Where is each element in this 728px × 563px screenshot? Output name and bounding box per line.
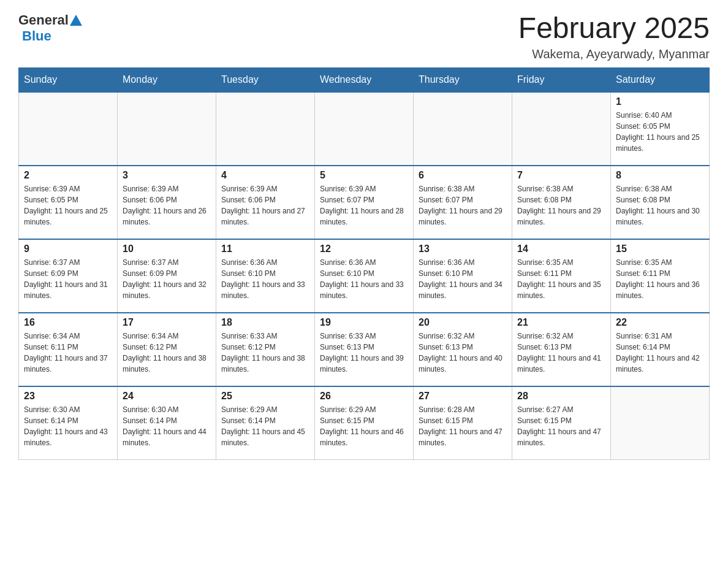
logo-icon [69, 13, 83, 27]
day-number: 11 [221, 243, 309, 255]
day-info: Sunrise: 6:39 AM Sunset: 6:06 PM Dayligh… [123, 183, 211, 228]
calendar-cell: 10Sunrise: 6:37 AM Sunset: 6:09 PM Dayli… [118, 239, 216, 313]
weekday-header-tuesday: Tuesday [216, 67, 315, 92]
day-number: 14 [517, 243, 605, 255]
calendar-cell [19, 92, 118, 166]
weekday-header-saturday: Saturday [611, 67, 710, 92]
day-number: 26 [320, 391, 408, 402]
weekday-header-wednesday: Wednesday [315, 67, 414, 92]
calendar-cell: 7Sunrise: 6:38 AM Sunset: 6:08 PM Daylig… [512, 166, 611, 239]
calendar-cell: 11Sunrise: 6:36 AM Sunset: 6:10 PM Dayli… [216, 239, 315, 313]
day-number: 25 [221, 391, 309, 402]
calendar-cell: 27Sunrise: 6:28 AM Sunset: 6:15 PM Dayli… [414, 386, 512, 460]
day-number: 3 [123, 170, 211, 181]
weekday-header-thursday: Thursday [414, 67, 512, 92]
day-number: 8 [616, 170, 704, 181]
calendar-cell: 26Sunrise: 6:29 AM Sunset: 6:15 PM Dayli… [315, 386, 414, 460]
calendar-cell: 25Sunrise: 6:29 AM Sunset: 6:14 PM Dayli… [216, 386, 315, 460]
svg-marker-0 [70, 15, 82, 26]
day-info: Sunrise: 6:28 AM Sunset: 6:15 PM Dayligh… [419, 404, 507, 448]
day-info: Sunrise: 6:39 AM Sunset: 6:06 PM Dayligh… [221, 183, 309, 228]
week-row-3: 9Sunrise: 6:37 AM Sunset: 6:09 PM Daylig… [19, 239, 710, 313]
calendar-cell [512, 92, 611, 166]
day-number: 2 [24, 170, 112, 181]
calendar-cell: 28Sunrise: 6:27 AM Sunset: 6:15 PM Dayli… [512, 386, 611, 460]
weekday-header-row: SundayMondayTuesdayWednesdayThursdayFrid… [19, 67, 710, 92]
calendar-cell [216, 92, 315, 166]
calendar-cell: 21Sunrise: 6:32 AM Sunset: 6:13 PM Dayli… [512, 313, 611, 386]
day-number: 17 [123, 317, 211, 328]
logo-blue-text: Blue [22, 28, 51, 44]
day-info: Sunrise: 6:39 AM Sunset: 6:07 PM Dayligh… [320, 183, 408, 228]
page-header: General Blue February 2025 Wakema, Ayeya… [18, 12, 710, 61]
calendar-cell: 9Sunrise: 6:37 AM Sunset: 6:09 PM Daylig… [19, 239, 118, 313]
day-number: 18 [221, 317, 309, 328]
calendar-cell: 16Sunrise: 6:34 AM Sunset: 6:11 PM Dayli… [19, 313, 118, 386]
day-number: 23 [24, 391, 112, 402]
day-info: Sunrise: 6:38 AM Sunset: 6:07 PM Dayligh… [419, 183, 507, 228]
day-number: 15 [616, 243, 704, 255]
calendar-cell: 2Sunrise: 6:39 AM Sunset: 6:05 PM Daylig… [19, 166, 118, 239]
day-info: Sunrise: 6:38 AM Sunset: 6:08 PM Dayligh… [616, 183, 704, 228]
day-info: Sunrise: 6:40 AM Sunset: 6:05 PM Dayligh… [616, 110, 704, 154]
weekday-header-sunday: Sunday [19, 67, 118, 92]
week-row-5: 23Sunrise: 6:30 AM Sunset: 6:14 PM Dayli… [19, 386, 710, 460]
calendar-cell: 8Sunrise: 6:38 AM Sunset: 6:08 PM Daylig… [611, 166, 710, 239]
day-number: 4 [221, 170, 309, 181]
calendar-cell: 13Sunrise: 6:36 AM Sunset: 6:10 PM Dayli… [414, 239, 512, 313]
day-info: Sunrise: 6:31 AM Sunset: 6:14 PM Dayligh… [616, 331, 704, 375]
day-info: Sunrise: 6:39 AM Sunset: 6:05 PM Dayligh… [24, 183, 112, 228]
day-number: 6 [419, 170, 507, 181]
calendar-cell: 5Sunrise: 6:39 AM Sunset: 6:07 PM Daylig… [315, 166, 414, 239]
day-info: Sunrise: 6:34 AM Sunset: 6:11 PM Dayligh… [24, 331, 112, 375]
day-number: 28 [517, 391, 605, 402]
logo-general-text: General [18, 12, 69, 28]
day-info: Sunrise: 6:30 AM Sunset: 6:14 PM Dayligh… [123, 404, 211, 448]
day-info: Sunrise: 6:32 AM Sunset: 6:13 PM Dayligh… [517, 331, 605, 375]
calendar-table: SundayMondayTuesdayWednesdayThursdayFrid… [18, 67, 710, 461]
calendar-cell [118, 92, 216, 166]
day-info: Sunrise: 6:34 AM Sunset: 6:12 PM Dayligh… [123, 331, 211, 375]
day-info: Sunrise: 6:37 AM Sunset: 6:09 PM Dayligh… [24, 257, 112, 301]
calendar-cell: 20Sunrise: 6:32 AM Sunset: 6:13 PM Dayli… [414, 313, 512, 386]
day-info: Sunrise: 6:33 AM Sunset: 6:12 PM Dayligh… [221, 331, 309, 375]
calendar-cell: 17Sunrise: 6:34 AM Sunset: 6:12 PM Dayli… [118, 313, 216, 386]
calendar-cell [315, 92, 414, 166]
calendar-cell: 15Sunrise: 6:35 AM Sunset: 6:11 PM Dayli… [611, 239, 710, 313]
day-number: 13 [419, 243, 507, 255]
day-info: Sunrise: 6:36 AM Sunset: 6:10 PM Dayligh… [221, 257, 309, 301]
day-info: Sunrise: 6:33 AM Sunset: 6:13 PM Dayligh… [320, 331, 408, 375]
calendar-cell: 22Sunrise: 6:31 AM Sunset: 6:14 PM Dayli… [611, 313, 710, 386]
day-info: Sunrise: 6:29 AM Sunset: 6:15 PM Dayligh… [320, 404, 408, 448]
day-number: 5 [320, 170, 408, 181]
day-info: Sunrise: 6:35 AM Sunset: 6:11 PM Dayligh… [517, 257, 605, 301]
calendar-title: February 2025 [518, 12, 710, 45]
day-info: Sunrise: 6:36 AM Sunset: 6:10 PM Dayligh… [320, 257, 408, 301]
day-info: Sunrise: 6:35 AM Sunset: 6:11 PM Dayligh… [616, 257, 704, 301]
day-number: 21 [517, 317, 605, 328]
day-info: Sunrise: 6:30 AM Sunset: 6:14 PM Dayligh… [24, 404, 112, 448]
day-number: 19 [320, 317, 408, 328]
calendar-cell: 24Sunrise: 6:30 AM Sunset: 6:14 PM Dayli… [118, 386, 216, 460]
day-number: 1 [616, 96, 704, 107]
logo: General Blue [18, 12, 83, 44]
weekday-header-friday: Friday [512, 67, 611, 92]
calendar-cell: 4Sunrise: 6:39 AM Sunset: 6:06 PM Daylig… [216, 166, 315, 239]
day-number: 12 [320, 243, 408, 255]
day-info: Sunrise: 6:36 AM Sunset: 6:10 PM Dayligh… [419, 257, 507, 301]
day-info: Sunrise: 6:29 AM Sunset: 6:14 PM Dayligh… [221, 404, 309, 448]
day-number: 24 [123, 391, 211, 402]
calendar-cell: 6Sunrise: 6:38 AM Sunset: 6:07 PM Daylig… [414, 166, 512, 239]
day-info: Sunrise: 6:27 AM Sunset: 6:15 PM Dayligh… [517, 404, 605, 448]
day-number: 16 [24, 317, 112, 328]
calendar-cell: 18Sunrise: 6:33 AM Sunset: 6:12 PM Dayli… [216, 313, 315, 386]
calendar-cell: 19Sunrise: 6:33 AM Sunset: 6:13 PM Dayli… [315, 313, 414, 386]
day-number: 20 [419, 317, 507, 328]
day-number: 7 [517, 170, 605, 181]
day-number: 10 [123, 243, 211, 255]
calendar-cell [611, 386, 710, 460]
calendar-cell [414, 92, 512, 166]
calendar-cell: 1Sunrise: 6:40 AM Sunset: 6:05 PM Daylig… [611, 92, 710, 166]
day-info: Sunrise: 6:37 AM Sunset: 6:09 PM Dayligh… [123, 257, 211, 301]
day-number: 27 [419, 391, 507, 402]
